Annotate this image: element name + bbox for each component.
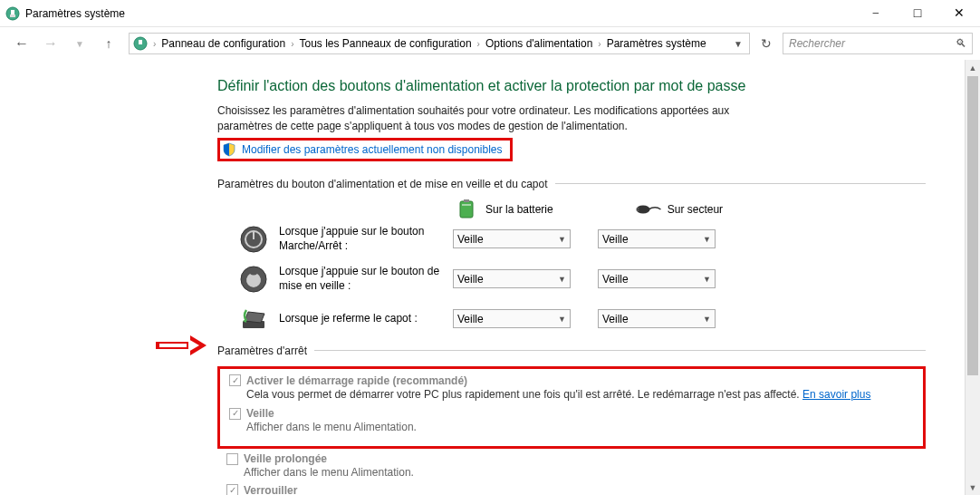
breadcrumb-sep: › — [151, 39, 158, 49]
annotation-arrow-icon — [156, 335, 207, 355]
vertical-scrollbar[interactable]: ▲ ▼ — [965, 60, 980, 495]
svg-rect-6 — [464, 199, 469, 202]
power-button-icon — [239, 225, 268, 254]
sleep-checkbox[interactable] — [229, 408, 241, 420]
svg-rect-5 — [460, 201, 473, 218]
maximize-button[interactable]: □ — [897, 0, 938, 27]
control-panel-icon — [133, 36, 148, 51]
svg-rect-7 — [462, 204, 471, 206]
content-pane: Définir l'action des boutons d'alimentat… — [0, 60, 980, 495]
battery-column-label: Sur la batterie — [485, 203, 553, 216]
power-button-row: Lorsque j'appuie sur le bouton Marche/Ar… — [217, 225, 926, 254]
recent-dropdown[interactable]: ▼ — [69, 33, 91, 54]
fast-startup-label: Activer le démarrage rapide (recommandé) — [246, 374, 467, 387]
svg-rect-1 — [11, 10, 14, 15]
sleep-button-row: Lorsque j'appuie sur le bouton de mise e… — [217, 265, 926, 294]
hibernate-desc: Afficher dans le menu Alimentation. — [244, 465, 926, 480]
minimize-button[interactable]: − — [855, 0, 897, 27]
modify-settings-link[interactable]: Modifier des paramètres actuellement non… — [242, 143, 503, 156]
shutdown-group-header: Paramètres d'arrêt — [217, 345, 926, 357]
chevron-down-icon: ▼ — [703, 235, 711, 244]
hibernate-checkbox[interactable] — [226, 453, 238, 465]
svg-point-8 — [636, 205, 649, 213]
svg-rect-2 — [10, 15, 15, 17]
navbar: ← → ▼ ↑ › Panneau de configuration › Tou… — [0, 27, 980, 60]
control-panel-icon — [5, 6, 20, 21]
lock-checkbox[interactable] — [226, 484, 238, 495]
breadcrumb-item[interactable]: Options d'alimentation — [482, 37, 596, 50]
sleep-button-battery-select[interactable]: Veille▼ — [453, 269, 571, 288]
svg-rect-17 — [159, 344, 187, 347]
page-title: Définir l'action des boutons d'alimentat… — [217, 78, 926, 94]
sleep-label: Veille — [246, 407, 274, 420]
fast-startup-checkbox[interactable] — [229, 374, 241, 386]
power-button-battery-select[interactable]: Veille▼ — [453, 229, 571, 248]
laptop-lid-icon — [239, 305, 268, 334]
battery-icon — [453, 199, 480, 219]
page-subtitle: Choisissez les paramètres d'alimentation… — [217, 103, 761, 134]
power-button-plugged-select[interactable]: Veille▼ — [598, 229, 716, 248]
breadcrumb-sep: › — [289, 39, 295, 49]
plug-icon — [635, 199, 662, 219]
window-title: Paramètres système — [25, 7, 125, 20]
sleep-button-plugged-select[interactable]: Veille▼ — [598, 269, 716, 288]
breadcrumb-item[interactable]: Panneau de configuration — [158, 37, 289, 50]
refresh-button[interactable]: ↻ — [755, 33, 777, 54]
breadcrumb-sep: › — [476, 39, 482, 49]
breadcrumb-item[interactable]: Paramètres système — [603, 37, 710, 50]
power-column-headers: Sur la batterie Sur secteur — [453, 199, 926, 219]
sleep-button-label: Lorsque j'appuie sur le bouton de mise e… — [279, 265, 453, 293]
search-icon: 🔍︎ — [956, 37, 966, 50]
svg-rect-10 — [636, 209, 639, 210]
learn-more-link[interactable]: En savoir plus — [802, 388, 870, 401]
close-button[interactable]: ✕ — [938, 0, 980, 27]
breadcrumb-sep: › — [596, 39, 602, 49]
highlighted-shutdown-box: Activer le démarrage rapide (recommandé)… — [217, 366, 926, 450]
hibernate-label: Veille prolongée — [244, 452, 327, 465]
shield-icon — [222, 142, 236, 157]
lid-close-label: Lorsque je referme le capot : — [279, 312, 453, 326]
lid-plugged-select[interactable]: Veille▼ — [598, 309, 716, 328]
highlighted-modify-link: Modifier des paramètres actuellement non… — [217, 138, 513, 161]
chevron-down-icon: ▼ — [703, 315, 711, 324]
svg-rect-4 — [139, 40, 142, 44]
buttons-group-header: Paramètres du bouton d'alimentation et d… — [217, 178, 926, 190]
lid-battery-select[interactable]: Veille▼ — [453, 309, 571, 328]
up-button[interactable]: ↑ — [98, 33, 120, 54]
lid-close-row: Lorsque je referme le capot : Veille▼ Ve… — [217, 305, 926, 334]
chevron-down-icon: ▼ — [558, 315, 566, 324]
svg-rect-9 — [636, 208, 639, 209]
scroll-down-arrow[interactable]: ▼ — [966, 480, 980, 495]
scrollbar-thumb[interactable] — [967, 76, 978, 375]
plugged-column-label: Sur secteur — [668, 203, 723, 216]
back-button[interactable]: ← — [11, 33, 33, 54]
sleep-desc: Afficher dans le menu Alimentation. — [246, 420, 914, 435]
power-button-label: Lorsque j'appuie sur le bouton Marche/Ar… — [279, 225, 453, 253]
search-box[interactable]: 🔍︎ — [783, 33, 973, 54]
breadcrumb-item[interactable]: Tous les Panneaux de configuration — [295, 37, 475, 50]
lock-label: Verrouiller — [244, 484, 297, 495]
breadcrumb[interactable]: › Panneau de configuration › Tous les Pa… — [129, 33, 750, 54]
titlebar: Paramètres système − □ ✕ — [0, 0, 980, 27]
scroll-up-arrow[interactable]: ▲ — [966, 60, 980, 75]
fast-startup-desc: Cela vous permet de démarrer votre PC pl… — [246, 387, 914, 403]
chevron-down-icon: ▼ — [703, 275, 711, 284]
forward-button[interactable]: → — [40, 33, 62, 54]
search-input[interactable] — [789, 37, 956, 50]
sleep-button-icon — [239, 265, 268, 294]
chevron-down-icon: ▼ — [558, 275, 566, 284]
chevron-down-icon: ▼ — [558, 235, 566, 244]
breadcrumb-dropdown[interactable]: ▼ — [731, 39, 745, 49]
